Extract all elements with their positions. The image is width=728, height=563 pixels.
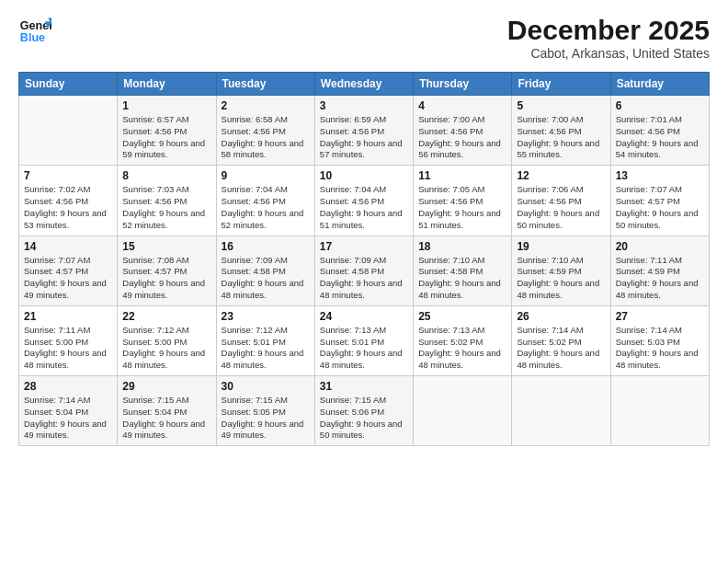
day-number: 11 <box>418 169 506 182</box>
day-info: Sunrise: 6:59 AMSunset: 4:56 PMDaylight:… <box>320 114 408 161</box>
day-number: 21 <box>24 310 112 323</box>
day-number: 4 <box>418 99 506 112</box>
calendar-cell: 5Sunrise: 7:00 AMSunset: 4:56 PMDaylight… <box>512 96 610 166</box>
logo-icon: General Blue <box>18 15 51 48</box>
calendar-cell: 4Sunrise: 7:00 AMSunset: 4:56 PMDaylight… <box>414 96 512 166</box>
day-info: Sunrise: 7:00 AMSunset: 4:56 PMDaylight:… <box>418 114 506 161</box>
calendar-cell <box>512 376 610 446</box>
th-sunday: Sunday <box>19 73 118 96</box>
day-info: Sunrise: 7:14 AMSunset: 5:04 PMDaylight:… <box>24 395 112 442</box>
day-number: 8 <box>122 169 210 182</box>
calendar-cell <box>414 376 512 446</box>
calendar-cell: 11Sunrise: 7:05 AMSunset: 4:56 PMDayligh… <box>414 166 512 236</box>
day-info: Sunrise: 7:12 AMSunset: 5:00 PMDaylight:… <box>122 325 210 372</box>
day-number: 5 <box>517 99 605 112</box>
calendar-cell: 21Sunrise: 7:11 AMSunset: 5:00 PMDayligh… <box>19 305 118 375</box>
calendar-cell <box>19 96 118 166</box>
day-number: 27 <box>616 310 704 323</box>
day-info: Sunrise: 7:13 AMSunset: 5:02 PMDaylight:… <box>418 325 506 372</box>
day-info: Sunrise: 7:04 AMSunset: 4:56 PMDaylight:… <box>222 184 310 231</box>
calendar-body: 1Sunrise: 6:57 AMSunset: 4:56 PMDaylight… <box>19 96 710 446</box>
day-number: 25 <box>418 310 506 323</box>
day-info: Sunrise: 7:01 AMSunset: 4:56 PMDaylight:… <box>616 114 704 161</box>
header: General Blue December 2025 Cabot, Arkans… <box>18 15 710 61</box>
calendar-cell: 15Sunrise: 7:08 AMSunset: 4:57 PMDayligh… <box>118 236 216 305</box>
calendar-cell: 13Sunrise: 7:07 AMSunset: 4:57 PMDayligh… <box>610 166 709 236</box>
title-block: December 2025 Cabot, Arkansas, United St… <box>507 15 710 61</box>
day-info: Sunrise: 7:02 AMSunset: 4:56 PMDaylight:… <box>24 184 112 231</box>
main-title: December 2025 <box>507 15 710 46</box>
calendar-cell: 8Sunrise: 7:03 AMSunset: 4:56 PMDaylight… <box>118 166 216 236</box>
calendar-cell: 22Sunrise: 7:12 AMSunset: 5:00 PMDayligh… <box>118 305 216 375</box>
day-info: Sunrise: 7:11 AMSunset: 5:00 PMDaylight:… <box>24 325 112 372</box>
day-number: 16 <box>222 240 310 253</box>
day-info: Sunrise: 7:07 AMSunset: 4:57 PMDaylight:… <box>616 184 704 231</box>
calendar-cell: 6Sunrise: 7:01 AMSunset: 4:56 PMDaylight… <box>610 96 709 166</box>
th-thursday: Thursday <box>414 73 512 96</box>
th-wednesday: Wednesday <box>314 73 413 96</box>
day-number: 29 <box>122 380 210 393</box>
calendar-cell: 23Sunrise: 7:12 AMSunset: 5:01 PMDayligh… <box>216 305 314 375</box>
th-tuesday: Tuesday <box>216 73 314 96</box>
weekday-header-row: Sunday Monday Tuesday Wednesday Thursday… <box>19 73 710 96</box>
day-info: Sunrise: 7:09 AMSunset: 4:58 PMDaylight:… <box>222 255 310 302</box>
calendar-week-row: 21Sunrise: 7:11 AMSunset: 5:00 PMDayligh… <box>19 305 710 375</box>
calendar-cell: 9Sunrise: 7:04 AMSunset: 4:56 PMDaylight… <box>216 166 314 236</box>
day-info: Sunrise: 7:15 AMSunset: 5:04 PMDaylight:… <box>122 395 210 442</box>
day-number: 14 <box>24 240 112 253</box>
subtitle: Cabot, Arkansas, United States <box>507 46 710 61</box>
calendar-cell: 14Sunrise: 7:07 AMSunset: 4:57 PMDayligh… <box>19 236 118 305</box>
day-info: Sunrise: 7:08 AMSunset: 4:57 PMDaylight:… <box>122 255 210 302</box>
day-number: 15 <box>122 240 210 253</box>
day-number: 19 <box>517 240 605 253</box>
calendar-cell: 27Sunrise: 7:14 AMSunset: 5:03 PMDayligh… <box>610 305 709 375</box>
calendar-table: Sunday Monday Tuesday Wednesday Thursday… <box>18 72 710 446</box>
day-number: 24 <box>320 310 408 323</box>
day-info: Sunrise: 7:00 AMSunset: 4:56 PMDaylight:… <box>517 114 605 161</box>
day-info: Sunrise: 7:12 AMSunset: 5:01 PMDaylight:… <box>222 325 310 372</box>
day-number: 12 <box>517 169 605 182</box>
calendar-cell: 25Sunrise: 7:13 AMSunset: 5:02 PMDayligh… <box>414 305 512 375</box>
day-number: 28 <box>24 380 112 393</box>
th-friday: Friday <box>512 73 610 96</box>
calendar-cell: 3Sunrise: 6:59 AMSunset: 4:56 PMDaylight… <box>314 96 413 166</box>
day-number: 9 <box>222 169 310 182</box>
th-saturday: Saturday <box>610 73 709 96</box>
day-number: 17 <box>320 240 408 253</box>
day-info: Sunrise: 6:58 AMSunset: 4:56 PMDaylight:… <box>222 114 310 161</box>
page: General Blue December 2025 Cabot, Arkans… <box>0 0 728 563</box>
day-info: Sunrise: 7:10 AMSunset: 4:59 PMDaylight:… <box>517 255 605 302</box>
day-number: 23 <box>222 310 310 323</box>
calendar-week-row: 14Sunrise: 7:07 AMSunset: 4:57 PMDayligh… <box>19 236 710 305</box>
th-monday: Monday <box>118 73 216 96</box>
day-number: 30 <box>222 380 310 393</box>
calendar-cell: 12Sunrise: 7:06 AMSunset: 4:56 PMDayligh… <box>512 166 610 236</box>
calendar-cell: 16Sunrise: 7:09 AMSunset: 4:58 PMDayligh… <box>216 236 314 305</box>
calendar-cell: 29Sunrise: 7:15 AMSunset: 5:04 PMDayligh… <box>118 376 216 446</box>
day-number: 6 <box>616 99 704 112</box>
calendar-cell: 10Sunrise: 7:04 AMSunset: 4:56 PMDayligh… <box>314 166 413 236</box>
day-number: 7 <box>24 169 112 182</box>
day-info: Sunrise: 7:14 AMSunset: 5:03 PMDaylight:… <box>616 325 704 372</box>
calendar-week-row: 28Sunrise: 7:14 AMSunset: 5:04 PMDayligh… <box>19 376 710 446</box>
day-number: 3 <box>320 99 408 112</box>
calendar-cell: 30Sunrise: 7:15 AMSunset: 5:05 PMDayligh… <box>216 376 314 446</box>
day-info: Sunrise: 7:14 AMSunset: 5:02 PMDaylight:… <box>517 325 605 372</box>
day-number: 2 <box>222 99 310 112</box>
day-info: Sunrise: 7:07 AMSunset: 4:57 PMDaylight:… <box>24 255 112 302</box>
day-number: 10 <box>320 169 408 182</box>
day-number: 13 <box>616 169 704 182</box>
calendar-cell: 24Sunrise: 7:13 AMSunset: 5:01 PMDayligh… <box>314 305 413 375</box>
day-number: 26 <box>517 310 605 323</box>
day-info: Sunrise: 7:06 AMSunset: 4:56 PMDaylight:… <box>517 184 605 231</box>
day-info: Sunrise: 7:15 AMSunset: 5:06 PMDaylight:… <box>320 395 408 442</box>
day-number: 31 <box>320 380 408 393</box>
calendar-cell: 1Sunrise: 6:57 AMSunset: 4:56 PMDaylight… <box>118 96 216 166</box>
calendar-cell: 28Sunrise: 7:14 AMSunset: 5:04 PMDayligh… <box>19 376 118 446</box>
day-info: Sunrise: 7:04 AMSunset: 4:56 PMDaylight:… <box>320 184 408 231</box>
day-number: 18 <box>418 240 506 253</box>
day-number: 20 <box>616 240 704 253</box>
calendar-cell: 19Sunrise: 7:10 AMSunset: 4:59 PMDayligh… <box>512 236 610 305</box>
day-info: Sunrise: 6:57 AMSunset: 4:56 PMDaylight:… <box>122 114 210 161</box>
calendar-cell <box>610 376 709 446</box>
